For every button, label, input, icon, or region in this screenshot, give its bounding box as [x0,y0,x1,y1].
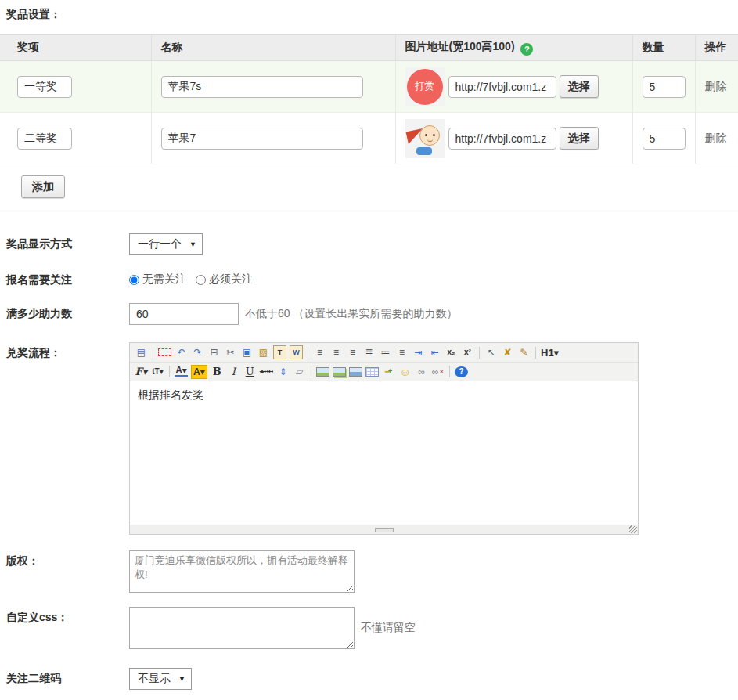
source-icon[interactable]: ▤ [135,345,148,359]
image-url-input[interactable] [448,128,556,150]
line-height-icon[interactable]: ⇕ [276,365,290,379]
editor-toolbar-row2: F▾tT▾A▾A▾BIUABC⇕▱━☺∞∞? [130,362,638,381]
print-icon[interactable]: ⊟ [207,345,221,359]
fullscreen-icon[interactable] [158,348,171,356]
cut-icon[interactable]: ✂ [224,345,237,359]
header-action: 操作 [695,35,738,61]
link-icon[interactable]: ∞ [415,365,428,379]
prize-name-input[interactable] [161,128,363,150]
align-center-icon[interactable]: ≡ [329,345,343,359]
editor-resize-handle[interactable] [374,526,394,533]
undo-icon[interactable]: ↶ [175,345,188,359]
toolbar-separator [479,347,480,359]
unlink-icon[interactable]: ∞ [431,365,445,379]
about-icon[interactable]: ? [455,366,468,377]
settings-form: 奖品显示方式 一行一个 ▼ 报名需要关注 无需关注 必须关注 [0,233,738,700]
paste-from-word-icon[interactable]: W [290,345,303,359]
font-family-icon[interactable]: F▾ [135,365,148,379]
table-row: 打赏 选择 删除 [0,61,738,113]
strikethrough-icon[interactable]: ABC [260,365,273,379]
table-icon[interactable] [365,367,379,377]
min-boost-hint: 不低于60 （设置长出果实所需要的助力数） [245,307,457,321]
highlight-color-icon[interactable]: A▾ [191,365,207,379]
prize-title-input[interactable] [17,128,72,150]
custom-css-row: 自定义css： 不懂请留空 [6,607,738,649]
emoticon-icon[interactable]: ☺ [398,365,412,379]
heading-dropdown[interactable]: H1▾ [541,345,559,359]
follow-required-row: 报名需要关注 无需关注 必须关注 [6,269,738,287]
copyright-label: 版权： [6,550,129,568]
follow-must-radio[interactable] [196,275,206,285]
choose-image-button[interactable]: 选择 [560,75,599,98]
paste-icon[interactable]: ▨ [257,345,270,359]
outdent-icon[interactable]: ⇤ [428,345,441,359]
align-left-icon[interactable]: ≡ [313,345,326,359]
toolbar-separator [153,347,153,359]
underline-icon[interactable]: U [243,365,257,379]
paste-as-text-icon[interactable]: T [273,345,286,359]
quantity-input[interactable] [643,76,686,98]
copyright-row: 版权： 厦门竞迪乐享微信版权所以，拥有活动最终解释权! [6,550,738,593]
delete-row-link[interactable]: 删除 [705,80,727,92]
display-mode-value: 一行一个 [138,237,182,251]
subscript-icon[interactable]: x₂ [445,345,458,359]
italic-icon[interactable]: I [227,365,240,379]
toolbar-separator [311,366,311,377]
image-icon[interactable] [316,367,329,377]
prize-title-input[interactable] [17,76,72,98]
follow-none-radio[interactable] [129,275,139,285]
follow-required-label: 报名需要关注 [6,269,129,287]
toolbar-separator [169,366,170,377]
redo-icon[interactable]: ↷ [191,345,204,359]
prize-image-thumbnail: 打赏 [405,67,445,106]
quantity-input[interactable] [643,128,686,150]
quick-format-icon[interactable]: ✎ [517,345,531,359]
superscript-icon[interactable]: x² [461,345,474,359]
text-color-icon[interactable]: A▾ [175,366,188,377]
ordered-list-icon[interactable]: ≔ [379,345,392,359]
display-mode-label: 奖品显示方式 [6,233,129,251]
qrcode-select[interactable]: 不显示 ▼ [129,668,192,690]
copy-icon[interactable]: ▣ [240,345,254,359]
qrcode-value: 不显示 [138,672,171,686]
display-mode-select[interactable]: 一行一个 ▼ [129,233,203,255]
hr-icon[interactable]: ━ [382,365,395,379]
clear-format-icon[interactable]: ✘ [501,345,514,359]
editor-corner-grip[interactable] [629,525,637,533]
eraser-icon[interactable]: ▱ [293,365,306,379]
chevron-down-icon: ▼ [178,675,185,683]
toolbar-separator [308,347,308,359]
follow-must-option[interactable]: 必须关注 [196,272,253,287]
prize-name-input[interactable] [161,76,363,98]
batch-image-icon[interactable] [333,367,346,377]
header-prize: 奖项 [0,35,151,61]
align-right-icon[interactable]: ≡ [346,345,359,359]
custom-css-textarea[interactable] [129,607,355,649]
qrcode-label: 关注二维码 [6,668,129,686]
font-size-icon[interactable]: tT▾ [151,365,164,379]
min-boost-input[interactable] [129,303,239,325]
delete-row-link[interactable]: 删除 [705,132,727,144]
min-boost-label: 满多少助力数 [6,303,129,321]
toolbar-separator [449,366,450,377]
unordered-list-icon[interactable]: ≡ [395,345,409,359]
add-prize-button[interactable]: 添加 [21,175,65,198]
chevron-down-icon: ▼ [189,240,196,248]
follow-none-option[interactable]: 无需关注 [129,272,186,287]
editor-content[interactable]: 根据排名发奖 [130,381,638,525]
justify-icon[interactable]: ≣ [362,345,376,359]
bold-icon[interactable]: B [211,365,224,379]
redeem-process-row: 兑奖流程： ▤↶↷⊟✂▣▨TW≡≡≡≣≔≡⇥⇤x₂x²↖✘✎H1▾ F▾tT▾A… [6,342,738,535]
media-icon[interactable] [349,367,362,377]
select-all-icon[interactable]: ↖ [484,345,498,359]
prize-table: 奖项 名称 图片地址(宽100高100) ? 数量 操作 [0,34,738,164]
choose-image-button[interactable]: 选择 [560,127,599,150]
toolbar-separator [535,347,536,359]
copyright-textarea[interactable]: 厦门竞迪乐享微信版权所以，拥有活动最终解释权! [129,550,355,593]
help-icon[interactable]: ? [520,43,533,56]
page-title: 奖品设置： [0,0,738,22]
image-url-input[interactable] [448,76,556,98]
editor-toolbar-row1: ▤↶↷⊟✂▣▨TW≡≡≡≣≔≡⇥⇤x₂x²↖✘✎H1▾ [130,343,638,362]
indent-icon[interactable]: ⇥ [412,345,425,359]
prize-image-thumbnail [405,119,445,158]
